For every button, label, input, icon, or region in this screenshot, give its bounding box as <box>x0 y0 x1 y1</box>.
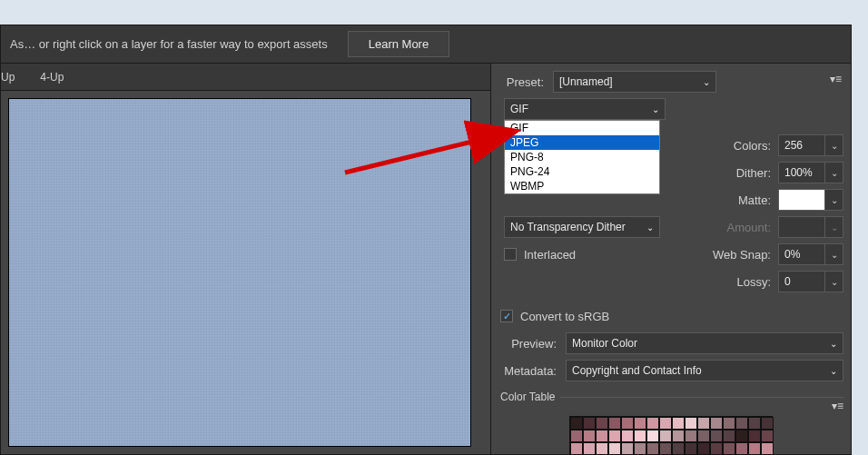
info-bar-text: As… or right click on a layer for a fast… <box>10 37 328 51</box>
colors-row: Colors: 256 ⌄ <box>671 134 843 156</box>
color-swatch[interactable] <box>659 417 672 430</box>
convert-srgb-label: Convert to sRGB <box>520 310 609 323</box>
color-swatch[interactable] <box>672 417 685 430</box>
color-table-flyout-icon[interactable]: ▾≡ <box>832 400 843 412</box>
color-swatch[interactable] <box>672 442 685 455</box>
preview-tab-bar: Up 4-Up <box>1 64 490 91</box>
amount-stepper: ⌄ <box>825 216 843 238</box>
color-swatch[interactable] <box>710 430 723 442</box>
matte-row: Matte: ⌄ <box>671 189 843 211</box>
color-swatch[interactable] <box>596 417 608 430</box>
color-swatch[interactable] <box>621 442 634 455</box>
color-swatch[interactable] <box>735 417 748 430</box>
color-swatch[interactable] <box>710 442 723 455</box>
format-option-gif[interactable]: GIF <box>505 121 659 135</box>
interlaced-checkbox[interactable] <box>504 248 517 261</box>
lossy-stepper[interactable]: ⌄ <box>825 271 843 292</box>
metadata-select[interactable]: Copyright and Contact Info ⌄ <box>566 360 843 381</box>
color-swatch[interactable] <box>634 442 646 455</box>
learn-more-button[interactable]: Learn More <box>348 31 449 57</box>
preview-label: Preview: <box>498 337 566 351</box>
color-swatch[interactable] <box>710 417 723 430</box>
color-table-section: Color Table ▾≡ <box>498 391 843 455</box>
color-swatch[interactable] <box>685 417 697 430</box>
format-option-wbmp[interactable]: WBMP <box>505 179 659 193</box>
color-swatch[interactable] <box>570 430 583 442</box>
color-swatch[interactable] <box>723 442 735 455</box>
settings-right-col: Colors: 256 ⌄ Dither: 100% ⌄ <box>671 124 843 292</box>
format-select[interactable]: GIF ⌄ <box>504 98 666 120</box>
color-swatch[interactable] <box>672 430 685 442</box>
color-swatch[interactable] <box>697 417 710 430</box>
amount-input <box>778 216 825 238</box>
preview-value: Monitor Color <box>572 337 637 350</box>
color-swatch[interactable] <box>596 442 608 455</box>
format-option-jpeg[interactable]: JPEG <box>505 135 659 150</box>
tab-4up[interactable]: 4-Up <box>27 64 76 90</box>
format-dropdown: GIF JPEG PNG-8 PNG-24 WBMP <box>504 120 660 194</box>
colors-input[interactable]: 256 <box>778 134 825 156</box>
tab-2up[interactable]: Up <box>1 64 27 90</box>
chevron-down-icon: ⌄ <box>652 104 659 114</box>
dither-row: Dither: 100% ⌄ <box>671 162 843 183</box>
color-swatch[interactable] <box>646 430 659 442</box>
matte-label: Matte: <box>738 193 771 207</box>
color-swatch[interactable] <box>735 430 748 442</box>
color-swatch[interactable] <box>748 430 761 442</box>
color-swatch[interactable] <box>570 442 583 455</box>
color-swatch[interactable] <box>596 430 608 442</box>
color-swatch[interactable] <box>697 430 710 442</box>
color-swatch[interactable] <box>685 430 697 442</box>
websnap-input[interactable]: 0% <box>778 243 825 265</box>
color-swatch[interactable] <box>659 442 672 455</box>
lossy-row: Lossy: 0 ⌄ <box>671 271 843 292</box>
chevron-down-icon: ⌄ <box>830 366 837 376</box>
color-swatch[interactable] <box>723 417 735 430</box>
matte-stepper[interactable]: ⌄ <box>825 189 843 211</box>
color-swatch[interactable] <box>646 417 659 430</box>
amount-label: Amount: <box>727 221 771 234</box>
color-swatch[interactable] <box>761 417 774 430</box>
color-swatch[interactable] <box>621 430 634 442</box>
dither-input[interactable]: 100% <box>778 162 825 183</box>
panel-flyout-icon[interactable]: ▾≡ <box>830 73 842 85</box>
websnap-stepper[interactable]: ⌄ <box>825 243 843 265</box>
colors-label: Colors: <box>734 139 771 153</box>
color-swatch[interactable] <box>697 442 710 455</box>
color-swatch[interactable] <box>748 442 761 455</box>
color-swatch[interactable] <box>685 442 697 455</box>
color-swatch[interactable] <box>748 417 761 430</box>
settings-pane: ▾≡ Preset: [Unnamed] ⌄ GIF ⌄ GIF JPEG PN… <box>491 64 851 454</box>
convert-srgb-checkbox[interactable] <box>500 310 513 322</box>
format-option-png24[interactable]: PNG-24 <box>505 164 659 179</box>
transparency-dither-select[interactable]: No Transparency Dither ⌄ <box>504 216 660 238</box>
color-swatch[interactable] <box>570 417 583 430</box>
color-table-grid[interactable] <box>569 416 773 455</box>
preset-select[interactable]: [Unnamed] ⌄ <box>553 71 716 93</box>
matte-swatch[interactable] <box>778 189 825 211</box>
color-swatch[interactable] <box>583 442 596 455</box>
color-swatch[interactable] <box>634 417 646 430</box>
color-swatch[interactable] <box>608 430 621 442</box>
preview-select[interactable]: Monitor Color ⌄ <box>566 332 843 354</box>
color-swatch[interactable] <box>735 442 748 455</box>
color-swatch[interactable] <box>761 442 774 455</box>
interlaced-row: Interlaced <box>504 243 671 265</box>
color-swatch[interactable] <box>583 417 596 430</box>
color-swatch[interactable] <box>761 430 774 442</box>
color-swatch[interactable] <box>608 417 621 430</box>
color-swatch[interactable] <box>621 417 634 430</box>
lossy-input[interactable]: 0 <box>778 271 825 292</box>
color-swatch[interactable] <box>583 430 596 442</box>
color-swatch[interactable] <box>646 442 659 455</box>
chevron-down-icon: ⌄ <box>830 339 837 349</box>
preset-row: Preset: [Unnamed] ⌄ <box>498 71 843 93</box>
dither-stepper[interactable]: ⌄ <box>825 162 843 183</box>
image-canvas[interactable] <box>8 98 471 447</box>
color-swatch[interactable] <box>608 442 621 455</box>
color-swatch[interactable] <box>634 430 646 442</box>
color-swatch[interactable] <box>723 430 735 442</box>
colors-stepper[interactable]: ⌄ <box>825 134 843 156</box>
format-option-png8[interactable]: PNG-8 <box>505 150 659 164</box>
color-swatch[interactable] <box>659 430 672 442</box>
